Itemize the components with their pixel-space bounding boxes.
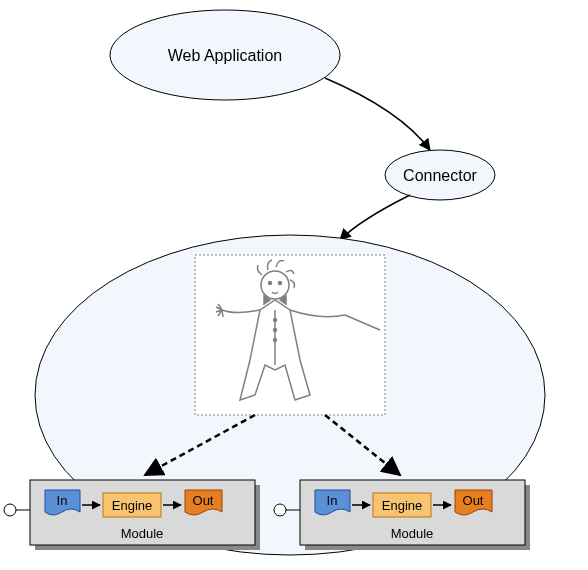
svg-point-13 <box>4 504 16 516</box>
architecture-diagram: Web Application Connector <box>0 0 588 570</box>
svg-text:In: In <box>57 493 68 508</box>
module-right-caption: Module <box>391 526 434 541</box>
svg-text:In: In <box>327 493 338 508</box>
web-application-node: Web Application <box>110 10 340 100</box>
svg-text:Out: Out <box>193 493 214 508</box>
module-left: In Engine Out Module <box>4 480 260 550</box>
svg-point-7 <box>274 329 277 332</box>
arrow-connector-to-system <box>340 195 410 240</box>
svg-point-5 <box>279 282 282 285</box>
module-left-caption: Module <box>121 526 164 541</box>
svg-point-8 <box>274 339 277 342</box>
svg-text:Out: Out <box>463 493 484 508</box>
arrow-webapp-to-connector <box>325 78 430 150</box>
svg-rect-2 <box>195 255 385 415</box>
conductor-box <box>195 255 385 415</box>
svg-text:Engine: Engine <box>112 498 152 513</box>
svg-text:Engine: Engine <box>382 498 422 513</box>
module-right-engine: Engine <box>373 493 431 517</box>
web-application-label: Web Application <box>168 47 282 64</box>
module-right: In Engine Out Module <box>274 480 530 550</box>
connector-label: Connector <box>403 167 477 184</box>
connector-node: Connector <box>385 150 495 200</box>
svg-point-23 <box>274 504 286 516</box>
svg-point-6 <box>274 319 277 322</box>
module-left-engine: Engine <box>103 493 161 517</box>
svg-point-4 <box>269 282 272 285</box>
